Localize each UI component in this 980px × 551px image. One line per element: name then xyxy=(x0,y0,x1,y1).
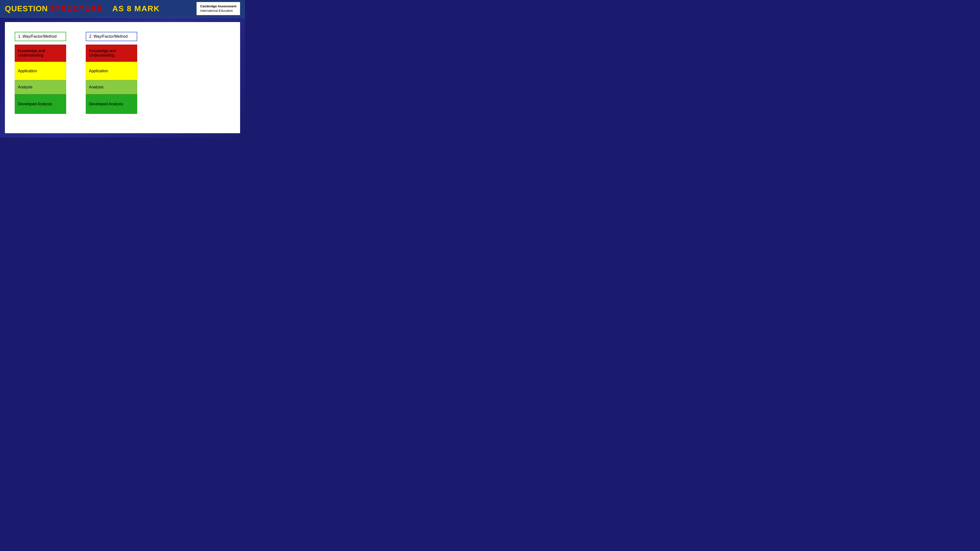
column1-block-analysis: Analysis xyxy=(15,80,66,94)
column1-block-application: Application xyxy=(15,62,66,80)
header-structure-text: STRUCTURE xyxy=(50,4,102,13)
cambridge-logo-box: Cambridge Assessment International Educa… xyxy=(196,2,240,15)
main-content: 1. Way/Factor/Method Knowledge and Under… xyxy=(5,22,240,133)
header-question-text: QUESTION xyxy=(5,4,48,13)
header-mark-text: AS 8 MARK xyxy=(112,4,160,13)
column2-block-analysis: Analysis xyxy=(86,80,137,94)
header-bar: QUESTION STRUCTURE AS 8 MARK Cambridge A… xyxy=(0,0,245,17)
column2-block-knowledge: Knowledge and Understanding xyxy=(86,44,137,62)
header-title-group: QUESTION STRUCTURE AS 8 MARK xyxy=(5,4,160,13)
column-1: 1. Way/Factor/Method Knowledge and Under… xyxy=(15,32,66,114)
column-2: 2. Way/Factor/Method Knowledge and Under… xyxy=(86,32,137,114)
column1-block-knowledge: Knowledge and Understanding xyxy=(15,44,66,62)
column1-way-label: 1. Way/Factor/Method xyxy=(15,32,66,41)
column1-block-developed-analysis: Developed Analysis xyxy=(15,94,66,114)
column2-block-developed-analysis: Developed Analysis xyxy=(86,94,137,114)
cambridge-line1: Cambridge Assessment xyxy=(200,4,236,9)
column2-block-application: Application xyxy=(86,62,137,80)
columns-row: 1. Way/Factor/Method Knowledge and Under… xyxy=(15,32,230,114)
cambridge-line2: International Education xyxy=(200,9,236,13)
column2-way-label: 2. Way/Factor/Method xyxy=(86,32,137,41)
